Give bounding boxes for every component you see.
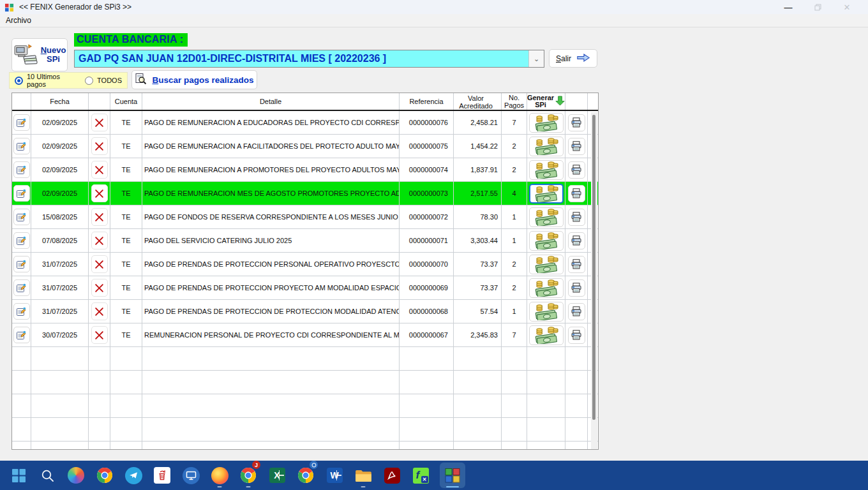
remote-desktop-icon[interactable]: [181, 463, 200, 488]
table-row[interactable]: 02/09/2025TEPAGO DE REMUNERACION A FACIL…: [12, 135, 598, 158]
chevron-down-icon[interactable]: ⌄: [528, 50, 544, 67]
nuevo-spi-button[interactable]: Nuevo SPi: [11, 38, 68, 71]
generar-spi-button[interactable]: [529, 137, 564, 156]
pagos-cell: 7: [502, 323, 527, 346]
table-row[interactable]: 15/08/2025TEPAGO DE FONDOS DE RESERVA CO…: [12, 205, 598, 229]
edit-button[interactable]: [13, 256, 30, 272]
cuenta-cell: TE: [110, 135, 142, 158]
print-button[interactable]: [568, 209, 585, 226]
start-icon[interactable]: [9, 463, 28, 488]
radio-todos[interactable]: [85, 77, 93, 85]
edit-button-cell: [12, 111, 31, 134]
print-button[interactable]: [568, 114, 585, 131]
generar-spi-button[interactable]: [529, 184, 564, 204]
fecha-cell: 31/07/2025: [31, 253, 89, 276]
table-scrollbar[interactable]: [591, 112, 597, 449]
empty-cell: [142, 394, 400, 417]
generar-spi-button[interactable]: [529, 255, 564, 274]
empty-cell: [502, 442, 527, 450]
word-icon[interactable]: W: [325, 463, 344, 488]
close-button[interactable]: ✕: [832, 0, 862, 14]
print-button[interactable]: [568, 138, 585, 155]
minimize-button[interactable]: —: [774, 0, 803, 14]
copilot-icon[interactable]: [66, 463, 86, 488]
delete-button[interactable]: [91, 208, 108, 226]
edit-button-cell: [12, 229, 31, 252]
empty-cell: [12, 394, 31, 417]
delete-button[interactable]: [91, 326, 108, 344]
delete-button[interactable]: [91, 161, 108, 179]
generar-spi-button[interactable]: [529, 231, 564, 251]
generar-spi-button[interactable]: [529, 302, 564, 322]
valor-cell: 2,345.83: [454, 323, 502, 346]
generar-spi-button[interactable]: [529, 160, 564, 180]
generar-spi-button[interactable]: [529, 207, 564, 227]
app-client-area: Nuevo SPi CUENTA BANCARIA : GAD PQ SAN J…: [0, 28, 868, 461]
print-button[interactable]: [568, 303, 585, 320]
delete-button[interactable]: [91, 302, 108, 320]
table-row[interactable]: 07/08/2025TEPAGO DEL SERVICIO CATERING J…: [12, 229, 598, 253]
detalle-cell: PAGO DE REMUNERACION MES DE AGOSTO PROMO…: [142, 182, 400, 205]
chrome-profile-icon[interactable]: J: [239, 463, 258, 488]
chrome-icon[interactable]: [95, 463, 114, 488]
fenix-icon[interactable]: f✕: [411, 463, 430, 488]
table-row[interactable]: 02/09/2025TEPAGO DE REMUNERACION A EDUCA…: [12, 111, 598, 135]
print-button[interactable]: [568, 161, 585, 179]
salir-label: Salir: [556, 54, 571, 63]
edit-button-cell: [12, 205, 31, 228]
menu-archivo[interactable]: Archivo: [0, 15, 37, 26]
empty-cell: [502, 394, 527, 417]
edit-button[interactable]: [13, 209, 30, 225]
generar-spi-button[interactable]: [529, 325, 564, 345]
table-row[interactable]: 31/07/2025TEPAGO DE PRENDAS DE PROTECCIO…: [12, 300, 598, 323]
edit-button[interactable]: [13, 232, 30, 249]
edit-button[interactable]: [13, 279, 30, 296]
table-row-selected[interactable]: 02/09/2025TEPAGO DE REMUNERACION MES DE …: [12, 182, 598, 205]
radio-todos-label: TODOS: [97, 77, 122, 84]
cuenta-bancaria-select[interactable]: GAD PQ SAN JUAN 12D01-DIREC-DISTRITAL MI…: [74, 50, 544, 68]
edit-button[interactable]: [13, 138, 30, 154]
header-delete-col: [89, 93, 110, 110]
excel-icon[interactable]: X: [267, 463, 287, 488]
recycle-bin-icon[interactable]: [153, 463, 172, 488]
delete-button[interactable]: [91, 279, 108, 297]
acrobat-icon[interactable]: [382, 463, 401, 488]
header-referencia: Referencia: [400, 93, 454, 110]
print-button[interactable]: [568, 327, 585, 344]
generar-spi-button[interactable]: [529, 278, 564, 298]
delete-button[interactable]: [91, 232, 108, 249]
salir-button[interactable]: Salir: [549, 49, 597, 68]
header-generar-spi: GenerarSPi: [527, 93, 565, 110]
explorer-icon[interactable]: [354, 463, 373, 488]
table-row[interactable]: 02/09/2025TEPAGO DE REMUNERACION A PROMO…: [12, 158, 598, 182]
referencia-cell: 0000000070: [400, 253, 454, 276]
firefox-icon[interactable]: [210, 463, 229, 488]
delete-button[interactable]: [91, 137, 108, 155]
telegram-icon[interactable]: [124, 463, 143, 488]
valor-cell: 73.37: [454, 253, 502, 276]
print-button[interactable]: [568, 279, 585, 297]
radio-ultimos-pagos[interactable]: [15, 77, 23, 85]
edit-button[interactable]: [13, 327, 30, 343]
fenix-spi3-icon[interactable]: [440, 463, 465, 488]
search-icon[interactable]: [38, 463, 57, 488]
edit-button[interactable]: [13, 161, 30, 178]
buscar-pagos-button[interactable]: Buscar pagos realizados: [131, 70, 257, 89]
edit-button[interactable]: [13, 185, 30, 202]
print-button[interactable]: [568, 185, 585, 202]
table-row[interactable]: 31/07/2025TEPAGO DE PRENDAS DE PROTECCIO…: [12, 276, 598, 300]
print-button[interactable]: [568, 232, 585, 249]
chrome-settings-icon[interactable]: [296, 463, 315, 488]
edit-button[interactable]: [13, 303, 30, 320]
table-row[interactable]: 31/07/2025TEPAGO DE PRENDAS DE PROTECCIO…: [12, 253, 598, 276]
edit-button[interactable]: [13, 114, 30, 131]
maximize-button[interactable]: [803, 0, 832, 14]
table-row[interactable]: 30/07/2025TEREMUNERACION PERSONAL DE PRO…: [12, 323, 598, 347]
delete-button[interactable]: [91, 255, 108, 273]
table-scrollbar-thumb[interactable]: [592, 115, 595, 420]
delete-button[interactable]: [91, 184, 108, 202]
valor-cell: 78.30: [454, 205, 502, 228]
delete-button[interactable]: [91, 114, 108, 131]
print-button[interactable]: [568, 256, 585, 273]
generar-spi-button[interactable]: [529, 113, 564, 133]
